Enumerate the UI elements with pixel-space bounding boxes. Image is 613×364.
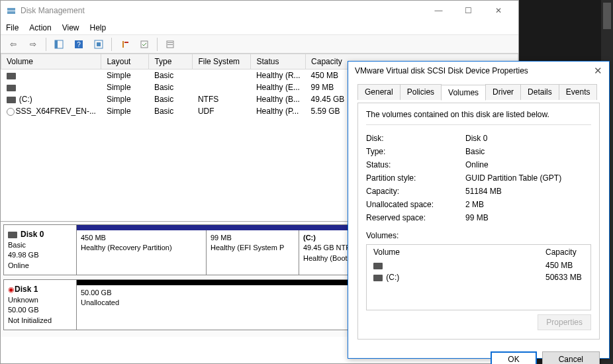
back-icon[interactable]: ⇦ — [6, 37, 21, 52]
disk-properties-dialog: VMware Virtual disk SCSI Disk Device Pro… — [348, 61, 610, 359]
menu-file[interactable]: File — [6, 23, 19, 32]
volume-icon — [373, 263, 383, 269]
tab-details[interactable]: Details — [520, 84, 559, 100]
volume-list-item[interactable]: 450 MB — [367, 259, 590, 271]
volume-properties-button: Properties — [538, 314, 591, 330]
show-hide-icon[interactable] — [52, 37, 66, 52]
menu-action[interactable]: Action — [29, 23, 51, 32]
col-status[interactable]: Status — [251, 54, 306, 69]
titlebar: Disk Management — ☐ ✕ — [1, 1, 518, 21]
close-button[interactable]: ✕ — [483, 1, 513, 20]
svg-text:?: ? — [77, 41, 81, 48]
settings-icon[interactable] — [163, 37, 177, 52]
refresh-icon[interactable] — [91, 37, 106, 52]
svg-rect-8 — [122, 41, 124, 48]
svg-rect-3 — [55, 40, 58, 48]
cd-icon — [7, 108, 15, 116]
col-filesystem[interactable]: File System — [193, 54, 251, 69]
disk-label: ◉Disk 1 Unknown 50.00 GB Not Initialized — [4, 280, 77, 330]
col-layout[interactable]: Layout — [101, 54, 149, 69]
svg-rect-0 — [7, 8, 15, 11]
minimize-button[interactable]: — — [424, 1, 453, 20]
volume-icon — [373, 275, 383, 281]
tab-volumes[interactable]: Volumes — [441, 85, 486, 101]
svg-rect-9 — [124, 42, 128, 43]
disk-label: Disk 0 Basic 49.98 GB Online — [4, 225, 77, 275]
volume-icon — [7, 97, 16, 103]
forward-icon[interactable]: ⇨ — [26, 37, 40, 52]
svg-rect-13 — [167, 44, 173, 45]
disk-icon — [8, 232, 17, 238]
dialog-titlebar: VMware Virtual disk SCSI Disk Device Pro… — [348, 62, 609, 80]
panel-description: The volumes contained on this disk are l… — [366, 110, 591, 125]
svg-rect-12 — [167, 42, 173, 43]
tab-strip: General Policies Volumes Driver Details … — [357, 84, 600, 100]
svg-rect-1 — [7, 11, 15, 14]
volumes-list-box: Volume Capacity 450 MB (C:) 50633 MB — [366, 244, 591, 310]
tab-policies[interactable]: Policies — [400, 84, 442, 100]
volumes-label: Volumes: — [366, 231, 591, 240]
ok-button[interactable]: OK — [491, 351, 536, 364]
cancel-button[interactable]: Cancel — [542, 351, 600, 364]
vol-col-capacity[interactable]: Capacity — [545, 248, 577, 257]
menubar: File Action View Help — [1, 21, 518, 35]
partition-box[interactable]: 99 MB Healthy (EFI System P — [206, 230, 299, 275]
vol-col-volume[interactable]: Volume — [373, 248, 545, 257]
tab-events[interactable]: Events — [559, 84, 598, 100]
col-type[interactable]: Type — [149, 54, 193, 69]
app-icon — [6, 5, 17, 16]
svg-rect-10 — [141, 41, 148, 48]
action-icon[interactable] — [117, 37, 132, 52]
partition-box[interactable]: 450 MB Healthy (Recovery Partition) — [77, 230, 206, 275]
properties-icon[interactable] — [137, 37, 152, 52]
disk-error-icon: ◉ — [8, 285, 15, 293]
tab-general[interactable]: General — [357, 84, 401, 100]
help-icon[interactable]: ? — [71, 37, 86, 52]
volume-list-item[interactable]: (C:) 50633 MB — [367, 271, 590, 283]
menu-view[interactable]: View — [62, 23, 79, 32]
svg-rect-7 — [97, 42, 101, 46]
col-volume[interactable]: Volume — [1, 54, 101, 69]
tab-driver[interactable]: Driver — [485, 84, 521, 100]
dialog-close-icon[interactable]: ✕ — [594, 65, 602, 77]
volume-icon — [7, 85, 16, 91]
window-title: Disk Management — [21, 6, 424, 15]
maximize-button[interactable]: ☐ — [453, 1, 483, 20]
volume-icon — [7, 73, 16, 79]
tab-panel-volumes: The volumes contained on this disk are l… — [357, 103, 600, 340]
toolbar: ⇦ ⇨ ? — [1, 35, 518, 54]
dialog-title: VMware Virtual disk SCSI Disk Device Pro… — [355, 66, 528, 75]
menu-help[interactable]: Help — [90, 23, 107, 32]
